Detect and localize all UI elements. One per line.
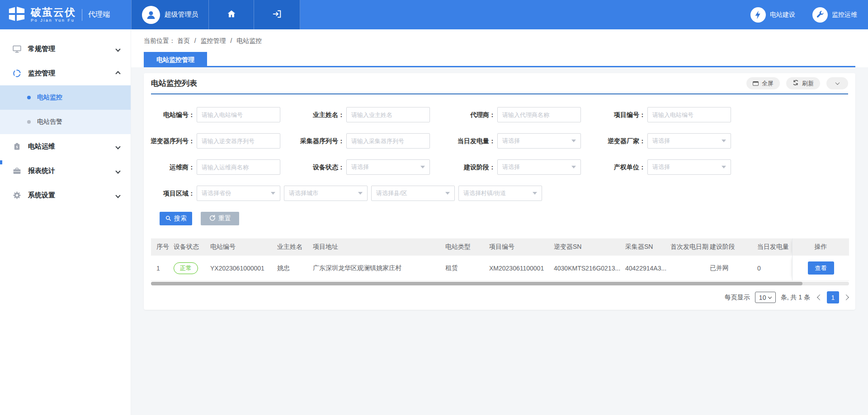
tab-station-monitor-mgmt[interactable]: 电站监控管理 — [144, 52, 207, 67]
sidebar-item-reports[interactable]: 报表统计 — [0, 159, 131, 183]
fullscreen-button[interactable]: 全屏 — [746, 77, 780, 89]
caret-down-icon — [722, 166, 726, 168]
caret-down-icon — [271, 192, 275, 195]
sidebar-item-station-ops[interactable]: 电站运维 — [0, 134, 131, 159]
district-select[interactable]: 请选择县/区 — [371, 186, 455, 201]
reset-label: 重置 — [218, 214, 231, 223]
brand-logo-icon — [7, 5, 26, 25]
sidebar-item-label: 系统设置 — [28, 191, 55, 200]
col-header: 电站编号 — [210, 238, 277, 256]
col-header: 业主姓名 — [277, 238, 313, 256]
cell-collector-sn: 40422914A3... — [625, 256, 670, 280]
prev-page-icon[interactable] — [817, 294, 823, 300]
sidebar-subitem-station-monitor[interactable]: 电站监控 — [0, 85, 131, 110]
device-status-select[interactable]: 请选择 — [346, 159, 430, 175]
header-user-strip: 超级管理员 — [131, 0, 300, 29]
owner-name-input[interactable] — [346, 107, 430, 122]
logout-button[interactable] — [254, 0, 300, 29]
chevron-down-icon — [835, 80, 840, 85]
chevron-down-icon — [116, 45, 120, 53]
status-badge: 正常 — [174, 262, 198, 274]
brand-latin: Po Jian Yun Fu — [31, 18, 76, 23]
page-size-select[interactable]: 10 — [755, 292, 776, 303]
sidebar-item-settings[interactable]: 系统设置 — [0, 183, 131, 207]
sidebar-subitem-label: 电站监控 — [37, 93, 62, 102]
select-placeholder: 请选择 — [502, 137, 520, 145]
build-stage-select[interactable]: 请选择 — [497, 159, 581, 175]
property-unit-select[interactable]: 请选择 — [647, 159, 731, 175]
field-label: 当日发电量： — [437, 133, 495, 149]
daily-power-select[interactable]: 请选择 — [497, 133, 581, 149]
agent-input[interactable] — [497, 107, 581, 122]
battery-icon — [12, 142, 22, 151]
col-header: 当日发电量 — [757, 238, 792, 256]
field-label: 电站编号： — [145, 107, 195, 122]
collapse-button[interactable] — [826, 77, 848, 89]
station-no-input[interactable] — [197, 107, 280, 122]
refresh-label: 刷新 — [802, 79, 814, 88]
per-page-label: 每页显示 — [725, 294, 750, 302]
card-tools: 全屏 刷新 — [746, 77, 848, 89]
chevron-down-icon — [116, 142, 120, 150]
select-placeholder: 请选择村镇/街道 — [463, 189, 506, 197]
current-user[interactable]: 超级管理员 — [131, 0, 209, 29]
gear-icon — [12, 191, 22, 200]
refresh-button[interactable]: 刷新 — [786, 77, 820, 89]
chevron-up-icon — [116, 69, 120, 77]
field-label: 项目编号： — [587, 107, 646, 122]
collector-sn-input[interactable] — [346, 133, 430, 149]
sidebar-item-general[interactable]: 常规管理 — [0, 37, 131, 61]
caret-down-icon — [722, 140, 726, 142]
sidebar-subitem-station-alarm[interactable]: 电站告警 — [0, 110, 131, 134]
reset-button[interactable]: 重置 — [201, 212, 239, 225]
briefcase-icon — [12, 166, 22, 176]
field-label: 项目区域： — [145, 186, 195, 201]
field-label: 建设阶段： — [437, 159, 495, 175]
sidebar-item-monitoring[interactable]: 监控管理 — [0, 61, 131, 85]
station-build-button[interactable]: 电站建设 — [750, 7, 795, 23]
breadcrumb-home[interactable]: 首页 — [177, 37, 190, 44]
project-no-input[interactable] — [647, 107, 731, 122]
home-button[interactable] — [209, 0, 254, 29]
sidebar-item-label: 报表统计 — [28, 167, 55, 175]
cell-station-type: 租赁 — [445, 256, 489, 280]
view-button[interactable]: 查看 — [808, 261, 834, 275]
brand: 破茧云伏 Po Jian Yun Fu 代理端 — [0, 0, 131, 29]
brand-divider — [82, 9, 82, 21]
page-number[interactable]: 1 — [827, 291, 839, 303]
brand-portal-label: 代理端 — [88, 10, 110, 19]
inverter-vendor-select[interactable]: 请选择 — [647, 133, 731, 149]
city-select[interactable]: 请选择城市 — [284, 186, 368, 201]
search-label: 搜索 — [174, 214, 187, 223]
refresh-icon — [793, 79, 799, 87]
user-name: 超级管理员 — [165, 10, 198, 19]
search-button[interactable]: 搜索 — [160, 212, 192, 225]
col-header: 采集器SN — [625, 238, 670, 256]
breadcrumb-section[interactable]: 监控管理 — [201, 37, 226, 44]
caret-down-icon — [571, 166, 576, 168]
col-header: 设备状态 — [174, 238, 210, 256]
field-label: 采集器序列号： — [286, 133, 344, 149]
inverter-sn-input[interactable] — [197, 133, 280, 149]
breadcrumb-page[interactable]: 电站监控 — [236, 37, 262, 44]
caret-down-icon — [358, 192, 363, 195]
town-select[interactable]: 请选择村镇/街道 — [458, 186, 542, 201]
field-label: 业主姓名： — [286, 107, 344, 122]
monitor-ops-button[interactable]: 监控运维 — [812, 7, 857, 23]
table-row: 1 正常 YX2023061000001 姚忠 广东深圳龙华区观澜镇姚家庄村 租… — [151, 256, 849, 281]
horizontal-scrollbar-thumb[interactable] — [151, 282, 802, 285]
network-icon — [12, 69, 22, 78]
sidebar-item-label: 常规管理 — [28, 45, 55, 53]
search-icon — [165, 215, 171, 223]
ops-vendor-input[interactable] — [197, 159, 280, 175]
next-page-icon[interactable] — [843, 294, 849, 300]
field-label: 产权单位： — [587, 159, 646, 175]
chevron-down-icon — [116, 167, 120, 175]
card-header: 电站监控列表 全屏 刷新 — [151, 73, 848, 94]
cell-index: 1 — [156, 256, 174, 280]
select-placeholder: 请选择 — [652, 163, 670, 171]
cell-status: 正常 — [174, 256, 210, 280]
province-select[interactable]: 请选择省份 — [197, 186, 280, 201]
select-placeholder: 请选择省份 — [202, 189, 231, 197]
sidebar-subitem-label: 电站告警 — [37, 118, 62, 126]
